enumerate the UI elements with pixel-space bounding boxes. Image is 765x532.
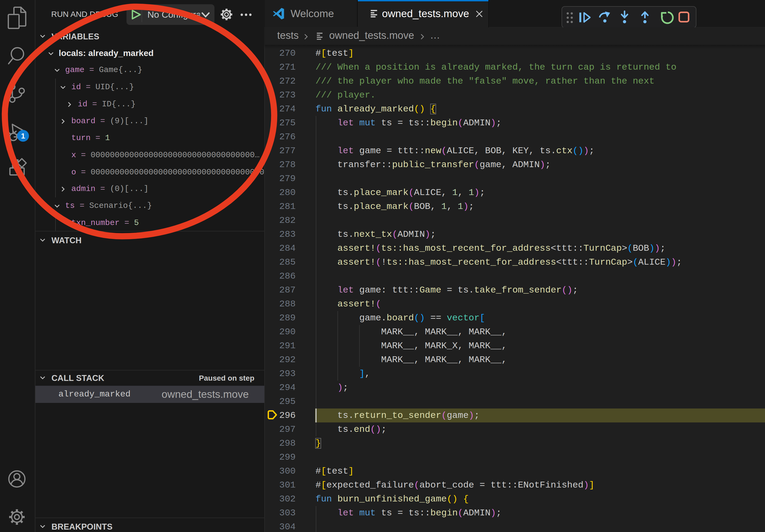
svg-text:1: 1 xyxy=(21,132,25,140)
